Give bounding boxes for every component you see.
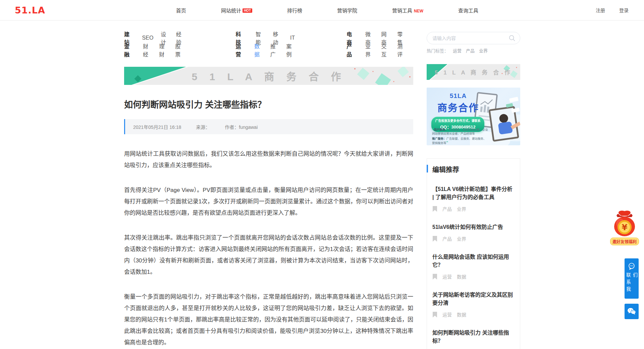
category-row: 运营 数据 推广 案例 <box>235 44 302 56</box>
category-group-build: 建站 SEO 设计 经验 金融 财经 理财 股票 <box>124 32 191 56</box>
site-logo[interactable]: 51.LA <box>15 5 45 15</box>
category-link-jiaohu[interactable]: 交互 <box>381 42 390 58</box>
invite-friends-widget[interactable]: ¥ 邀好友领福利 <box>608 210 641 245</box>
bookmark-icon <box>432 236 437 242</box>
chat-bubble-icon <box>628 262 636 270</box>
recommend-title: 编辑推荐 <box>432 166 459 173</box>
nav-item-label: 营销学院 <box>337 8 357 13</box>
category-link-tuiguang[interactable]: 推广 <box>270 42 279 58</box>
recommend-item[interactable]: 【51LA V6统计新功能】事件分析 | 了解用户行为的必备工具 产品 业界 <box>432 185 515 212</box>
recommend-item[interactable]: 关于网站新老访客的定义及其区别要分清 运营 数据 <box>432 291 515 318</box>
recommend-item-title[interactable]: 关于网站新老访客的定义及其区别要分清 <box>432 291 515 307</box>
category-row: 产品 业界 交互 测评 <box>346 44 413 56</box>
hot-tag-yejie[interactable]: 业界 <box>479 47 488 54</box>
article-meta-bar: 2021年05月21日 16:18 来源： 作者：fungawai <box>124 119 413 134</box>
money-bag-icon: ¥ <box>610 210 639 237</box>
category-head-chanpin[interactable]: 产品 <box>346 42 355 58</box>
category-link-seo[interactable]: SEO <box>142 35 154 41</box>
category-link-yejie[interactable]: 业界 <box>365 42 374 58</box>
category-row: 金融 财经 理财 股票 <box>124 44 191 56</box>
nav-item-label: 查询工具 <box>458 8 478 13</box>
business-coop-ad-card[interactable]: 51LA 商务合作 广告投放及更多合作方式，请联系 QQ：3008049512 … <box>427 88 520 145</box>
recommend-tag[interactable]: 产品 <box>442 205 452 212</box>
article-paragraph: 其次得关注跳出率。跳出率指只浏览了一个页面就离开您网站的会话次数占网站总会话次数… <box>124 232 413 278</box>
recommend-tag[interactable]: 数据 <box>457 273 466 280</box>
category-link-shuju-active[interactable]: 数据 <box>254 42 263 58</box>
category-nav: 建站 SEO 设计 经验 金融 财经 理财 股票 科技 智能 移动 IT <box>124 32 413 56</box>
recommend-accent-bar <box>427 165 428 172</box>
category-head-yunying[interactable]: 运营 <box>235 42 244 58</box>
category-link-it[interactable]: IT <box>290 35 295 41</box>
category-link-anli[interactable]: 案例 <box>286 42 295 58</box>
nav-item-stats[interactable]: 网站统计HOT <box>221 7 252 14</box>
article-paragraph: 用网站统计工具获取访问数据后，我们又该怎么用这些数据来判断自己网站的情况呢？今天… <box>124 148 413 171</box>
category-link-licai[interactable]: 理财 <box>159 42 168 58</box>
business-coop-banner[interactable]: 5 1 L A 商 务 合 作 <box>124 67 413 85</box>
recommend-item[interactable]: 如何判断网站吸引力 关注哪些指标？ 运营 数据 <box>432 329 515 349</box>
page-body: 建站 SEO 设计 经验 金融 财经 理财 股票 科技 智能 移动 IT <box>0 20 644 349</box>
recommend-item-tags: 产品 业界 <box>432 235 515 242</box>
auth-links: 注册 登录 <box>596 7 629 13</box>
ad-pill-line1: 广告投放及更多合作方式，请联系 <box>433 118 482 123</box>
recommend-tag[interactable]: 产品 <box>442 235 452 242</box>
quote-mark: ” <box>446 141 448 145</box>
nav-item-label: 排行榜 <box>287 8 302 13</box>
category-group-ecommerce: 电商 微商 网商 零售 产品 业界 交互 测评 <box>346 32 413 56</box>
contact-us-button[interactable]: 联系我们 <box>625 258 639 299</box>
contact-us-label: 联系我们 <box>625 272 638 299</box>
category-link-caijing[interactable]: 财经 <box>143 42 152 58</box>
article-title: 如何判断网站吸引力 关注哪些指标？ <box>124 98 413 110</box>
ad-audience-label: 用户群体： <box>434 128 448 131</box>
main-column: 建站 SEO 设计 经验 金融 财经 理财 股票 科技 智能 移动 IT <box>124 32 413 349</box>
login-link[interactable]: 登录 <box>619 7 629 13</box>
recommend-tag[interactable]: 业界 <box>457 235 466 242</box>
bookmark-icon <box>432 274 437 280</box>
nav-item-ranking[interactable]: 排行榜 <box>287 7 302 14</box>
banner-text: 5 1 L A 商 务 合 作 <box>192 68 346 83</box>
recommend-item-title[interactable]: 51laV6统计如何有效防止广告 <box>432 223 515 231</box>
recommend-item-title[interactable]: 如何判断网站吸引力 关注哪些指标？ <box>432 329 515 345</box>
recommend-tag[interactable]: 业界 <box>457 205 466 212</box>
recommend-tag[interactable]: 运营 <box>442 273 452 280</box>
search-box <box>427 32 520 44</box>
recommend-item-title[interactable]: 什么是网站会话数 应该如何运用它？ <box>432 253 515 269</box>
sidebar-business-banner[interactable]: 5 1 L A 商 务 合 作 <box>427 64 520 80</box>
new-badge: NEW <box>414 9 423 13</box>
bookmark-icon <box>432 206 437 212</box>
banner-text: 5 1 L A 商 务 合 作 <box>435 68 512 76</box>
ad-service-label: 推广服务： <box>432 137 446 140</box>
nav-item-marketing-tools[interactable]: 营销工具NEW <box>392 7 423 14</box>
editor-recommend-box: 编辑推荐 【51LA V6统计新功能】事件分析 | 了解用户行为的必备工具 产品… <box>427 158 520 349</box>
svg-text:¥: ¥ <box>622 223 628 232</box>
ad-brand: 51LA <box>431 92 485 100</box>
category-link-ceping[interactable]: 测评 <box>397 42 406 58</box>
main-nav: 首页 网站统计HOT 排行榜 营销学院 营销工具NEW 查询工具 <box>59 7 596 14</box>
recommend-item-tags: 产品 业界 <box>432 205 515 212</box>
top-navbar: 51.LA 首页 网站统计HOT 排行榜 营销学院 营销工具NEW 查询工具 注… <box>0 0 644 20</box>
nav-item-query-tools[interactable]: 查询工具 <box>458 7 478 14</box>
invite-friends-label: 邀好友领福利 <box>610 238 639 245</box>
recommend-item-title[interactable]: 【51LA V6统计新功能】事件分析 | 了解用户行为的必备工具 <box>432 185 515 201</box>
nav-item-label: 营销工具 <box>392 8 412 13</box>
search-input[interactable] <box>432 36 509 41</box>
wechat-button[interactable] <box>625 304 639 319</box>
recommend-item[interactable]: 51laV6统计如何有效防止广告 产品 业界 <box>432 223 515 242</box>
recommend-item-tags: 运营 数据 <box>432 311 515 318</box>
register-link[interactable]: 注册 <box>596 7 605 13</box>
category-link-gupiao[interactable]: 股票 <box>175 42 184 58</box>
recommend-tag[interactable]: 数据 <box>457 311 466 318</box>
nav-item-home[interactable]: 首页 <box>176 7 186 14</box>
wechat-icon <box>627 308 636 315</box>
hot-tag-yunying[interactable]: 运营 <box>453 47 462 54</box>
article-paragraph: 首先得关注PV（Page View）。PV即页面浏览量或点击量，衡量网站用户访问… <box>124 185 413 219</box>
recommend-tag[interactable]: 运营 <box>442 311 452 318</box>
hot-tag-chanpin[interactable]: 产品 <box>466 47 475 54</box>
nav-item-academy[interactable]: 营销学院 <box>337 7 357 14</box>
article-source-label: 来源： <box>196 123 210 130</box>
bookmark-icon <box>432 312 437 317</box>
search-icon[interactable] <box>509 35 515 41</box>
category-head-jinrong[interactable]: 金融 <box>124 42 133 58</box>
article-paragraph: 衡量一个多页面的网站吸引力，对于跳出率这个指标，正常是越低越好的，跳出率高意味着… <box>124 291 413 348</box>
recommend-item[interactable]: 什么是网站会话数 应该如何运用它？ 运营 数据 <box>432 253 515 280</box>
recommend-item-tags: 运营 数据 <box>432 273 515 280</box>
